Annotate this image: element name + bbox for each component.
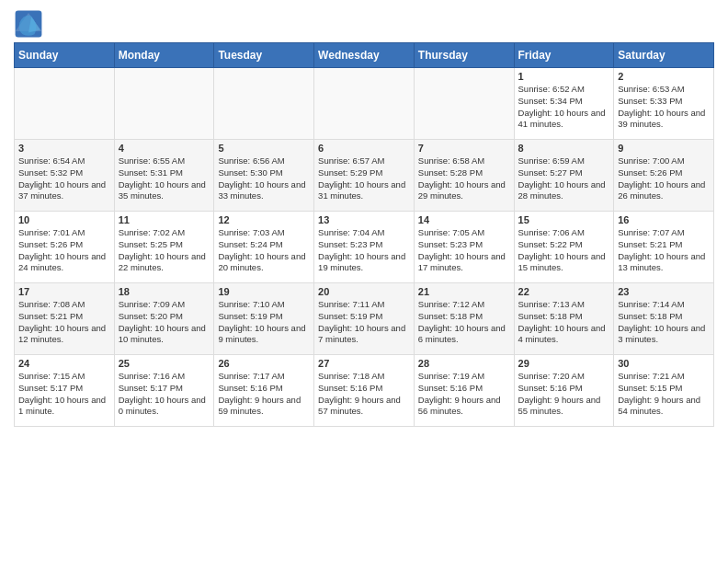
calendar-cell: 8Sunrise: 6:59 AMSunset: 5:27 PMDaylight… [514,140,614,212]
calendar-cell: 26Sunrise: 7:17 AMSunset: 5:16 PMDayligh… [214,355,314,427]
day-number: 8 [518,143,610,154]
calendar-cell: 9Sunrise: 7:00 AMSunset: 5:26 PMDaylight… [614,140,714,212]
day-number: 11 [119,214,210,225]
calendar-cell: 13Sunrise: 7:04 AMSunset: 5:23 PMDayligh… [314,212,415,283]
calendar-cell: 24Sunrise: 7:15 AMSunset: 5:17 PMDayligh… [15,355,115,427]
day-info: Sunrise: 7:03 AMSunset: 5:24 PMDaylight:… [218,227,305,272]
day-info: Sunrise: 7:19 AMSunset: 5:16 PMDaylight:… [418,371,501,416]
day-info: Sunrise: 7:17 AMSunset: 5:16 PMDaylight:… [218,371,301,416]
day-number: 20 [318,286,410,297]
header-row: SundayMondayTuesdayWednesdayThursdayFrid… [15,43,714,68]
day-info: Sunrise: 7:13 AMSunset: 5:18 PMDaylight:… [518,299,606,344]
calendar-cell: 20Sunrise: 7:11 AMSunset: 5:19 PMDayligh… [314,283,415,355]
day-info: Sunrise: 7:07 AMSunset: 5:21 PMDaylight:… [618,227,705,272]
header-cell-wednesday: Wednesday [314,43,415,68]
calendar-cell: 27Sunrise: 7:18 AMSunset: 5:16 PMDayligh… [314,355,415,427]
week-row-1: 1Sunrise: 6:52 AMSunset: 5:34 PMDaylight… [15,68,714,140]
week-row-5: 24Sunrise: 7:15 AMSunset: 5:17 PMDayligh… [15,355,714,427]
calendar-cell: 11Sunrise: 7:02 AMSunset: 5:25 PMDayligh… [114,212,214,283]
day-number: 26 [218,358,310,369]
day-info: Sunrise: 7:15 AMSunset: 5:17 PMDaylight:… [18,371,106,416]
day-number: 24 [18,358,110,369]
day-number: 12 [218,214,310,225]
calendar-cell [414,68,514,140]
page: SundayMondayTuesdayWednesdayThursdayFrid… [0,0,728,431]
calendar-cell: 7Sunrise: 6:58 AMSunset: 5:28 PMDaylight… [414,140,514,212]
day-number: 1 [518,71,610,82]
day-info: Sunrise: 7:20 AMSunset: 5:16 PMDaylight:… [518,371,601,416]
day-info: Sunrise: 7:14 AMSunset: 5:18 PMDaylight:… [618,299,705,344]
day-info: Sunrise: 6:57 AMSunset: 5:29 PMDaylight:… [318,155,405,201]
calendar-cell: 25Sunrise: 7:16 AMSunset: 5:17 PMDayligh… [114,355,214,427]
day-number: 29 [518,358,610,369]
day-number: 15 [518,214,610,225]
day-number: 9 [618,143,710,154]
calendar-cell: 1Sunrise: 6:52 AMSunset: 5:34 PMDaylight… [514,68,614,140]
day-number: 21 [418,286,510,297]
day-info: Sunrise: 6:59 AMSunset: 5:27 PMDaylight:… [518,155,606,201]
header-cell-saturday: Saturday [614,43,714,68]
calendar-cell: 17Sunrise: 7:08 AMSunset: 5:21 PMDayligh… [15,283,115,355]
calendar-cell: 15Sunrise: 7:06 AMSunset: 5:22 PMDayligh… [514,212,614,283]
day-number: 7 [418,143,510,154]
day-number: 19 [218,286,310,297]
calendar-cell: 21Sunrise: 7:12 AMSunset: 5:18 PMDayligh… [414,283,514,355]
logo [14,9,47,39]
calendar-cell [214,68,314,140]
day-info: Sunrise: 6:58 AMSunset: 5:28 PMDaylight:… [418,155,506,201]
day-info: Sunrise: 7:06 AMSunset: 5:22 PMDaylight:… [518,227,606,272]
day-number: 23 [618,286,710,297]
header-cell-monday: Monday [114,43,214,68]
calendar-cell: 23Sunrise: 7:14 AMSunset: 5:18 PMDayligh… [614,283,714,355]
calendar-cell: 12Sunrise: 7:03 AMSunset: 5:24 PMDayligh… [214,212,314,283]
day-info: Sunrise: 7:21 AMSunset: 5:15 PMDaylight:… [618,371,700,416]
week-row-2: 3Sunrise: 6:54 AMSunset: 5:32 PMDaylight… [15,140,714,212]
day-number: 14 [418,214,510,225]
day-info: Sunrise: 7:01 AMSunset: 5:26 PMDaylight:… [18,227,106,272]
calendar-header: SundayMondayTuesdayWednesdayThursdayFrid… [15,43,714,68]
day-number: 10 [18,214,110,225]
week-row-3: 10Sunrise: 7:01 AMSunset: 5:26 PMDayligh… [15,212,714,283]
calendar-cell: 14Sunrise: 7:05 AMSunset: 5:23 PMDayligh… [414,212,514,283]
day-number: 4 [119,143,210,154]
day-number: 22 [518,286,610,297]
calendar-cell [114,68,214,140]
calendar-cell: 18Sunrise: 7:09 AMSunset: 5:20 PMDayligh… [114,283,214,355]
day-info: Sunrise: 7:18 AMSunset: 5:16 PMDaylight:… [318,371,401,416]
day-number: 17 [18,286,110,297]
day-info: Sunrise: 6:55 AMSunset: 5:31 PMDaylight:… [119,155,206,201]
day-number: 18 [119,286,210,297]
day-info: Sunrise: 7:02 AMSunset: 5:25 PMDaylight:… [119,227,206,272]
header-cell-thursday: Thursday [414,43,514,68]
day-info: Sunrise: 7:00 AMSunset: 5:26 PMDaylight:… [618,155,705,201]
calendar-cell [15,68,115,140]
day-number: 25 [119,358,210,369]
day-info: Sunrise: 7:05 AMSunset: 5:23 PMDaylight:… [418,227,506,272]
calendar-table: SundayMondayTuesdayWednesdayThursdayFrid… [14,42,714,427]
week-row-4: 17Sunrise: 7:08 AMSunset: 5:21 PMDayligh… [15,283,714,355]
day-info: Sunrise: 6:56 AMSunset: 5:30 PMDaylight:… [218,155,305,201]
day-info: Sunrise: 7:12 AMSunset: 5:18 PMDaylight:… [418,299,506,344]
day-info: Sunrise: 6:52 AMSunset: 5:34 PMDaylight:… [518,84,606,129]
calendar-cell: 4Sunrise: 6:55 AMSunset: 5:31 PMDaylight… [114,140,214,212]
day-info: Sunrise: 7:16 AMSunset: 5:17 PMDaylight:… [119,371,206,416]
logo-icon [14,9,43,39]
day-info: Sunrise: 7:10 AMSunset: 5:19 PMDaylight:… [218,299,305,344]
day-number: 6 [318,143,410,154]
day-number: 2 [618,71,710,82]
day-info: Sunrise: 7:11 AMSunset: 5:19 PMDaylight:… [318,299,405,344]
calendar-cell: 22Sunrise: 7:13 AMSunset: 5:18 PMDayligh… [514,283,614,355]
day-info: Sunrise: 6:54 AMSunset: 5:32 PMDaylight:… [18,155,106,201]
calendar-cell: 16Sunrise: 7:07 AMSunset: 5:21 PMDayligh… [614,212,714,283]
calendar-cell: 5Sunrise: 6:56 AMSunset: 5:30 PMDaylight… [214,140,314,212]
day-number: 3 [18,143,110,154]
calendar-cell: 3Sunrise: 6:54 AMSunset: 5:32 PMDaylight… [15,140,115,212]
header-cell-friday: Friday [514,43,614,68]
day-info: Sunrise: 7:09 AMSunset: 5:20 PMDaylight:… [119,299,206,344]
calendar-body: 1Sunrise: 6:52 AMSunset: 5:34 PMDaylight… [15,68,714,427]
day-info: Sunrise: 7:04 AMSunset: 5:23 PMDaylight:… [318,227,405,272]
header-cell-tuesday: Tuesday [214,43,314,68]
calendar-cell: 28Sunrise: 7:19 AMSunset: 5:16 PMDayligh… [414,355,514,427]
header-cell-sunday: Sunday [15,43,115,68]
day-number: 27 [318,358,410,369]
